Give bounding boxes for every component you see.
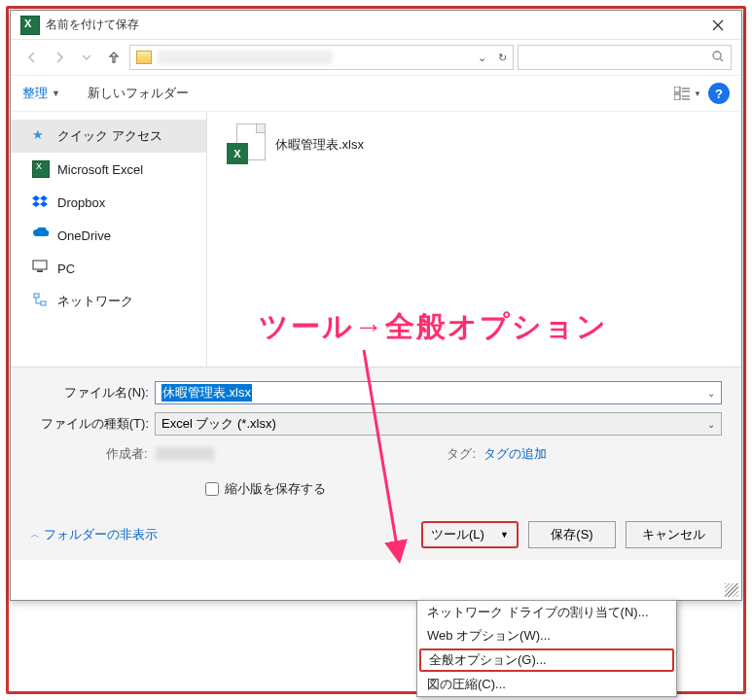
folder-icon — [136, 51, 152, 64]
view-icon — [674, 87, 692, 100]
svg-rect-11 — [37, 270, 43, 272]
menu-item-network-drive[interactable]: ネットワーク ドライブの割り当て(N)... — [417, 601, 676, 624]
network-icon — [32, 293, 50, 310]
chevron-down-icon: ▼ — [694, 89, 701, 98]
file-area[interactable]: X 休暇管理表.xlsx — [207, 112, 741, 367]
back-button[interactable] — [20, 46, 44, 69]
sidebar-item-pc[interactable]: PC — [11, 252, 206, 285]
chevron-down-icon — [82, 52, 91, 62]
help-button[interactable]: ? — [708, 83, 730, 104]
tools-dropdown: ネットワーク ドライブの割り当て(N)... Web オプション(W)... 全… — [416, 600, 677, 697]
chevron-down-icon: ⌄ — [707, 419, 715, 430]
sidebar-item-label: Microsoft Excel — [57, 162, 143, 177]
excel-app-icon — [20, 16, 40, 35]
filetype-label: ファイルの種類(T): — [30, 415, 155, 433]
menu-item-compress-pictures[interactable]: 図の圧縮(C)... — [417, 673, 676, 696]
sidebar-item-network[interactable]: ネットワーク — [11, 285, 206, 318]
up-button[interactable] — [102, 46, 125, 69]
window-title: 名前を付けて保存 — [46, 17, 139, 33]
cancel-button[interactable]: キャンセル — [626, 521, 722, 548]
sidebar-item-onedrive[interactable]: OneDrive — [11, 219, 206, 252]
sidebar-item-excel[interactable]: Microsoft Excel — [11, 153, 206, 186]
close-icon — [712, 19, 724, 31]
sidebar: ★ クイック アクセス Microsoft Excel Dropbox OneD… — [11, 112, 207, 367]
nav-row: ⌄ ↻ — [11, 40, 741, 75]
excel-icon — [32, 160, 50, 178]
bottom-form: ファイル名(N): 休暇管理表.xlsx ⌄ ファイルの種類(T): Excel… — [11, 367, 741, 560]
sidebar-item-label: OneDrive — [57, 228, 111, 243]
chevron-down-icon: ▼ — [52, 88, 60, 98]
svg-point-2 — [713, 52, 721, 59]
organize-button[interactable]: 整理 ▼ — [22, 85, 60, 102]
svg-rect-4 — [674, 87, 680, 92]
sidebar-item-label: クイック アクセス — [57, 127, 162, 145]
new-folder-button[interactable]: 新しいフォルダー — [88, 85, 189, 102]
tag-label: タグ: — [447, 445, 476, 463]
save-as-dialog: 名前を付けて保存 ⌄ ↻ 整理 ▼ 新しいフォルダー — [10, 10, 742, 601]
cloud-icon — [32, 227, 50, 244]
search-icon — [711, 50, 725, 66]
arrow-left-icon — [25, 51, 39, 64]
body-split: ★ クイック アクセス Microsoft Excel Dropbox OneD… — [11, 112, 741, 367]
svg-rect-10 — [33, 261, 47, 269]
address-bar[interactable]: ⌄ ↻ — [129, 45, 514, 70]
sidebar-item-label: PC — [57, 262, 75, 276]
tools-button[interactable]: ツール(L) ▼ — [421, 521, 519, 548]
svg-rect-13 — [41, 301, 46, 305]
thumbnail-checkbox[interactable] — [205, 482, 219, 496]
sidebar-item-label: Dropbox — [57, 195, 105, 210]
tag-add-link[interactable]: タグの追加 — [483, 445, 547, 463]
refresh-button[interactable]: ↻ — [492, 52, 513, 64]
chevron-down-icon: ▼ — [500, 530, 509, 540]
save-button[interactable]: 保存(S) — [528, 521, 616, 548]
path-blurred — [158, 51, 333, 64]
svg-rect-5 — [674, 94, 680, 100]
arrow-right-icon — [53, 51, 66, 64]
path-dropdown-icon[interactable]: ⌄ — [472, 52, 492, 64]
pc-icon — [32, 260, 50, 277]
filename-input[interactable]: 休暇管理表.xlsx ⌄ — [155, 381, 722, 404]
sidebar-item-label: ネットワーク — [57, 293, 133, 310]
sidebar-item-dropbox[interactable]: Dropbox — [11, 186, 206, 219]
menu-item-web-options[interactable]: Web オプション(W)... — [417, 624, 676, 648]
star-icon: ★ — [32, 127, 50, 145]
resize-grip[interactable] — [725, 583, 738, 597]
author-label: 作成者: — [106, 445, 148, 463]
chevron-up-icon: ︿ — [30, 528, 40, 542]
dropbox-icon — [32, 193, 50, 211]
author-value-blurred — [156, 447, 214, 461]
file-name-label: 休暇管理表.xlsx — [275, 136, 364, 154]
filetype-select[interactable]: Excel ブック (*.xlsx) ⌄ — [155, 412, 722, 436]
view-mode-button[interactable]: ▼ — [673, 82, 702, 105]
folder-toggle[interactable]: ︿ フォルダーの非表示 — [30, 526, 158, 543]
excel-file-icon: X — [227, 123, 266, 166]
file-item[interactable]: X 休暇管理表.xlsx — [227, 123, 722, 166]
chevron-down-icon[interactable]: ⌄ — [707, 388, 715, 399]
recent-button[interactable] — [75, 46, 98, 69]
menu-item-general-options[interactable]: 全般オプション(G)... — [419, 648, 674, 672]
svg-line-3 — [720, 58, 723, 61]
sidebar-item-quick-access[interactable]: ★ クイック アクセス — [11, 120, 206, 153]
filename-value: 休暇管理表.xlsx — [161, 384, 252, 402]
close-button[interactable] — [698, 12, 737, 39]
thumbnail-label: 縮小版を保存する — [225, 480, 326, 498]
arrow-up-icon — [107, 51, 121, 64]
toolbar: 整理 ▼ 新しいフォルダー ▼ ? — [11, 75, 741, 112]
titlebar: 名前を付けて保存 — [11, 11, 741, 40]
search-box[interactable] — [518, 45, 732, 70]
svg-rect-12 — [34, 294, 39, 298]
forward-button[interactable] — [48, 46, 71, 69]
filename-label: ファイル名(N): — [30, 384, 155, 402]
filetype-value: Excel ブック (*.xlsx) — [161, 415, 276, 433]
